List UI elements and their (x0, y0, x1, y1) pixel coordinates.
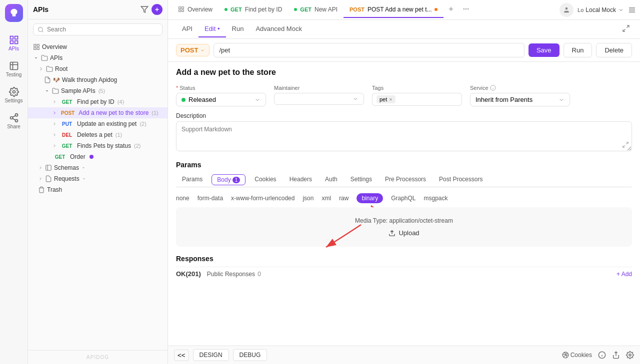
tree-root[interactable]: Root (28, 63, 168, 74)
add-tab-button[interactable] (444, 1, 458, 18)
design-button[interactable]: DESIGN (193, 349, 229, 361)
cookies-label: Cookies (570, 352, 592, 359)
params-tab-body[interactable]: Body 1 (212, 174, 246, 185)
params-tab-settings[interactable]: Settings (344, 173, 378, 187)
body-type-graphql[interactable]: GraphQL (391, 195, 416, 202)
tags-input[interactable]: pet × (372, 93, 462, 106)
tab-overview[interactable]: Overview (172, 2, 218, 18)
add-response-button[interactable]: + Add (616, 271, 632, 278)
nav-testing[interactable]: Testing (2, 57, 26, 81)
params-tab-post-processors[interactable]: Post Processors (433, 173, 488, 187)
expand-icon-finds-pets (52, 143, 57, 148)
svg-point-4 (12, 90, 15, 93)
tree-schemas[interactable]: Schemas (28, 162, 168, 173)
menu-icon[interactable] (628, 6, 636, 14)
params-tab-pre-processors[interactable]: Pre Processors (379, 173, 432, 187)
description-textarea[interactable] (176, 121, 632, 151)
add-button[interactable] (152, 4, 162, 15)
filter-icon[interactable] (140, 5, 148, 13)
body-type-binary[interactable]: binary (356, 193, 383, 203)
body-type-urlencoded[interactable]: x-www-form-urlencoded (231, 195, 294, 202)
tree-finds-pets-label: Finds Pets by status (77, 142, 131, 149)
upload-button[interactable]: Upload (388, 229, 419, 237)
sub-tab-run[interactable]: Run (226, 21, 250, 37)
sub-tab-advanced-mock-label: Advanced Mock (256, 25, 302, 32)
more-tabs-button[interactable] (458, 1, 474, 18)
nav-share[interactable]: Share (2, 109, 26, 133)
tree-apis-group[interactable]: APIs (28, 52, 168, 63)
params-tab-params[interactable]: Params (176, 173, 208, 187)
svg-rect-23 (179, 10, 181, 12)
delete-button[interactable]: Delete (596, 43, 632, 57)
sub-tab-api[interactable]: API (176, 21, 198, 37)
tab-new-api-method: GET (300, 6, 312, 12)
nav-apis[interactable]: APIs (2, 31, 26, 55)
tree-walk-through[interactable]: 🐶 Walk through Apidog (28, 74, 168, 85)
tree-requests[interactable]: Requests (28, 173, 168, 184)
svg-rect-19 (46, 165, 52, 171)
nav-apis-label: APIs (8, 46, 19, 51)
search-bar (33, 23, 162, 35)
params-tab-auth[interactable]: Auth (319, 173, 344, 187)
expand-textarea-btn[interactable] (622, 141, 629, 150)
tab-find-pet-label: Find pet by ID (245, 6, 282, 13)
params-tab-headers[interactable]: Headers (284, 173, 318, 187)
tree-add-pet-label: Add a new pet to the store (78, 109, 148, 116)
body-type-raw[interactable]: raw (339, 195, 348, 202)
run-button[interactable]: Run (564, 43, 592, 57)
maintainer-select[interactable] (274, 93, 364, 105)
tree-delete-pet[interactable]: DEL Deletes a pet (1) (28, 129, 168, 140)
params-tab-pre-label: Pre Processors (385, 176, 426, 183)
requests-icon (45, 175, 52, 182)
share-bottom-icon[interactable] (612, 351, 620, 359)
service-label-text: Service (470, 85, 488, 91)
cookies-button[interactable]: Cookies (562, 352, 592, 359)
tree-order[interactable]: GET Order (28, 151, 168, 162)
tree-sample-apis-label: Sample APIs (61, 87, 96, 94)
body-type-json[interactable]: json (302, 195, 314, 202)
status-select[interactable]: Released (176, 93, 266, 106)
expand-icon (622, 24, 630, 32)
nav-settings[interactable]: Settings (2, 83, 26, 107)
maintainer-chevron (352, 96, 358, 102)
svg-rect-15 (34, 44, 36, 46)
params-tabs: Params Body 1 Cookies Headers Auth Setti… (176, 173, 632, 187)
tree-overview[interactable]: Overview (28, 41, 168, 52)
svg-rect-17 (34, 47, 36, 49)
body-type-form-data[interactable]: form-data (198, 195, 223, 202)
body-type-msgpack[interactable]: msgpack (424, 195, 448, 202)
tab-find-pet[interactable]: GET Find pet by ID (218, 2, 288, 18)
method-select[interactable]: POST (176, 44, 210, 56)
tag-remove-icon[interactable]: × (389, 96, 392, 102)
sub-tab-edit[interactable]: Edit • (198, 21, 226, 37)
tree-sample-apis[interactable]: Sample APIs (5) (28, 85, 168, 96)
body-type-none[interactable]: none (176, 195, 190, 202)
service-info-icon (490, 85, 496, 91)
service-label: Service (470, 85, 570, 91)
debug-button[interactable]: DEBUG (233, 349, 268, 361)
search-input[interactable] (47, 26, 158, 33)
info-icon[interactable] (598, 351, 606, 359)
settings-bottom-icon[interactable] (626, 351, 634, 359)
tree-find-pet[interactable]: GET Find pet by ID (4) (28, 96, 168, 107)
save-button[interactable]: Save (528, 43, 560, 57)
tree-finds-pets[interactable]: GET Finds Pets by status (2) (28, 140, 168, 151)
svg-line-34 (626, 25, 629, 28)
svg-point-6 (10, 116, 12, 119)
expand-icon-btn[interactable] (620, 22, 632, 36)
maintainer-label: Maintainer (274, 85, 364, 91)
svg-line-14 (42, 31, 43, 32)
tree-update-pet[interactable]: PUT Update an existing pet (2) (28, 118, 168, 129)
tab-add-pet[interactable]: POST POST Add a new pet t... (344, 2, 444, 18)
tree-trash[interactable]: Trash (28, 184, 168, 195)
local-mock-selector[interactable]: Lo Local Mock (578, 6, 624, 13)
body-type-xml[interactable]: xml (322, 195, 331, 202)
collapse-button[interactable]: << (174, 350, 189, 361)
params-tab-cookies[interactable]: Cookies (248, 173, 282, 187)
sub-tab-advanced-mock[interactable]: Advanced Mock (250, 21, 308, 37)
service-select[interactable]: Inherit from Parents (470, 93, 570, 106)
tab-new-api[interactable]: GET New API (288, 2, 344, 18)
url-input[interactable] (214, 43, 524, 57)
tree-add-pet[interactable]: POST Add a new pet to the store (1) (28, 107, 168, 118)
tag-chip-pet: pet × (376, 95, 396, 103)
